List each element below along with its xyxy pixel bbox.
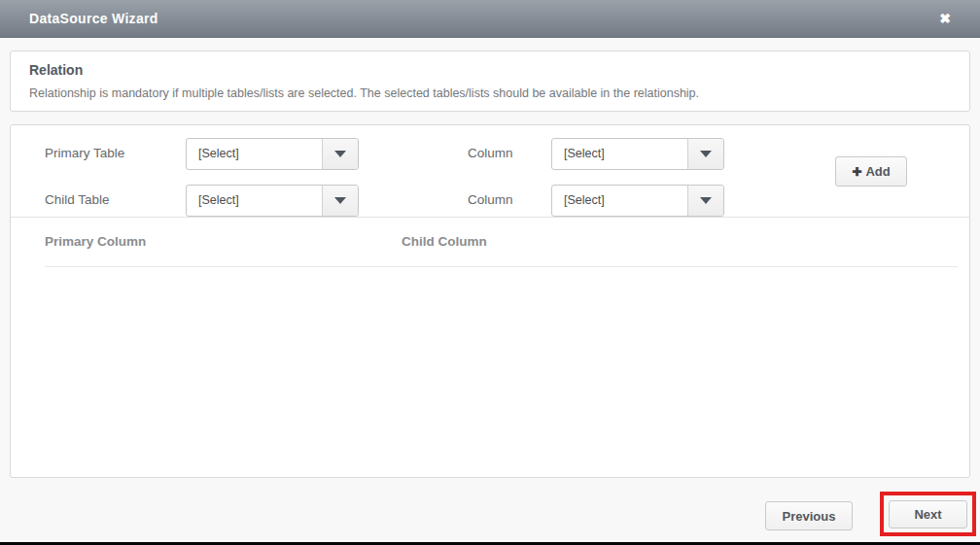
next-button[interactable]: Next bbox=[889, 500, 967, 528]
relation-info-panel: Relation Relationship is mandatory if mu… bbox=[10, 51, 970, 112]
grid-header-separator bbox=[45, 266, 958, 267]
child-table-select-value: [Select] bbox=[187, 186, 322, 216]
datasource-wizard-dialog: DataSource Wizard ✖ Relation Relationshi… bbox=[0, 0, 980, 545]
grid-header-child-column: Child Column bbox=[402, 234, 487, 249]
next-button-red-highlight: Next bbox=[880, 492, 976, 536]
relation-description: Relationship is mandatory if multiple ta… bbox=[29, 86, 951, 100]
child-column-select[interactable]: [Select] bbox=[551, 185, 724, 217]
child-table-select[interactable]: [Select] bbox=[186, 185, 359, 217]
previous-button[interactable]: Previous bbox=[765, 501, 853, 530]
grid-header-primary-column: Primary Column bbox=[45, 234, 146, 249]
primary-column-select-value: [Select] bbox=[552, 139, 687, 169]
close-icon[interactable]: ✖ bbox=[939, 12, 951, 25]
child-table-select-arrow-button[interactable] bbox=[322, 186, 358, 216]
child-column-select-value: [Select] bbox=[552, 186, 687, 216]
child-column-label: Column bbox=[468, 192, 513, 207]
primary-column-label: Column bbox=[468, 146, 513, 160]
dialog-titlebar: DataSource Wizard ✖ bbox=[0, 0, 980, 38]
add-relation-button[interactable]: ✚Add bbox=[835, 156, 907, 187]
primary-table-label: Primary Table bbox=[45, 146, 124, 160]
form-grid-divider bbox=[11, 217, 969, 218]
primary-table-select-value: [Select] bbox=[187, 139, 322, 169]
primary-column-select[interactable]: [Select] bbox=[551, 138, 724, 170]
relation-heading: Relation bbox=[29, 62, 951, 78]
relation-form-panel: Primary Table [Select] Column [Select] C… bbox=[10, 124, 970, 478]
chevron-down-icon bbox=[334, 151, 346, 157]
primary-table-select[interactable]: [Select] bbox=[186, 138, 359, 170]
dialog-title: DataSource Wizard bbox=[29, 11, 158, 26]
child-table-label: Child Table bbox=[45, 192, 110, 207]
add-button-label: Add bbox=[865, 164, 890, 179]
plus-icon: ✚ bbox=[852, 165, 861, 179]
primary-table-select-arrow-button[interactable] bbox=[322, 139, 358, 169]
chevron-down-icon bbox=[700, 151, 712, 157]
chevron-down-icon bbox=[700, 197, 712, 204]
primary-column-select-arrow-button[interactable] bbox=[687, 139, 723, 169]
chevron-down-icon bbox=[334, 197, 346, 204]
child-column-select-arrow-button[interactable] bbox=[687, 186, 723, 216]
